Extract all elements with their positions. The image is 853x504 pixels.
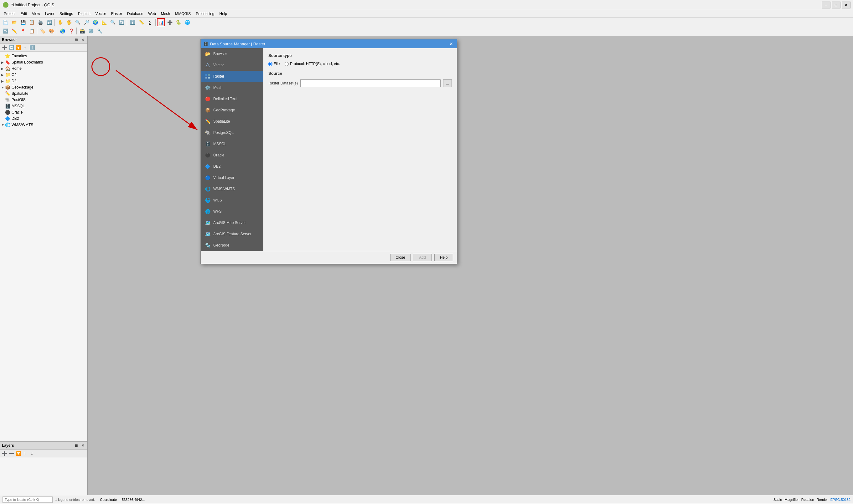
- new-project-btn[interactable]: 📄: [1, 18, 10, 26]
- browser-oracle[interactable]: ⚫ Oracle: [0, 109, 87, 115]
- dialog-nav-raster[interactable]: Raster: [201, 71, 263, 82]
- dialog-nav-virtual-layer[interactable]: 🔵 Virtual Layer: [201, 172, 263, 183]
- browser-geopackage[interactable]: ▼ 📦 GeoPackage: [0, 84, 87, 90]
- attributes-btn[interactable]: 📋: [28, 27, 36, 35]
- browser-filter-btn[interactable]: 🔽: [15, 44, 21, 51]
- layers-move-down-btn[interactable]: ↓: [29, 450, 35, 456]
- browse-button[interactable]: ...: [443, 79, 452, 87]
- dialog-nav-oracle[interactable]: ⚫ Oracle: [201, 149, 263, 161]
- layers-add-btn[interactable]: ➕: [1, 450, 7, 456]
- browser-d-drive[interactable]: ▶ 📁 D:\: [0, 78, 87, 84]
- menu-settings[interactable]: Settings: [57, 11, 75, 17]
- python-btn[interactable]: 🐍: [174, 18, 182, 26]
- menu-processing[interactable]: Processing: [193, 11, 217, 17]
- browser-db2[interactable]: 🔷 DB2: [0, 115, 87, 122]
- layers-move-up-btn[interactable]: ↑: [22, 450, 28, 456]
- zoom-select-btn[interactable]: 🔍: [109, 18, 117, 26]
- browser-spatialite[interactable]: ✏️ SpatiaLite: [0, 90, 87, 97]
- globe-btn[interactable]: 🌏: [58, 27, 66, 35]
- radio-file-label[interactable]: File: [268, 61, 280, 66]
- radio-file-input[interactable]: [268, 62, 273, 66]
- dialog-close-icon-btn[interactable]: ✕: [448, 41, 454, 47]
- raster-dataset-input[interactable]: [300, 79, 440, 87]
- pan-btn[interactable]: ✋: [56, 18, 64, 26]
- menu-project[interactable]: Project: [1, 11, 18, 17]
- layers-panel-close-icon[interactable]: ✕: [80, 443, 86, 448]
- open-project-btn[interactable]: 📂: [10, 18, 18, 26]
- dialog-nav-postgresql[interactable]: 🐘 PostgreSQL: [201, 127, 263, 138]
- browser-panel-expand-icon[interactable]: ⊞: [73, 37, 79, 42]
- help-button[interactable]: Help: [434, 254, 453, 261]
- zoom-out-btn[interactable]: 🔎: [82, 18, 90, 26]
- dialog-nav-browser[interactable]: 📂 Browser: [201, 48, 263, 59]
- menu-help[interactable]: Help: [217, 11, 230, 17]
- add-button[interactable]: Add: [413, 254, 432, 261]
- browser-c-drive[interactable]: ▶ 📁 C:\: [0, 72, 87, 78]
- radio-protocol-label[interactable]: Protocol: HTTP(S), cloud, etc.: [285, 61, 340, 66]
- dialog-nav-mssql[interactable]: 🗄️ MSSQL: [201, 138, 263, 149]
- dialog-nav-vector[interactable]: Vector: [201, 59, 263, 71]
- minimize-button[interactable]: –: [822, 2, 831, 8]
- menu-vector[interactable]: Vector: [93, 11, 109, 17]
- menu-layer[interactable]: Layer: [42, 11, 57, 17]
- menu-mmqgis[interactable]: MMQGIS: [173, 11, 193, 17]
- epsg-badge[interactable]: EPSG:50132: [831, 498, 851, 502]
- dialog-nav-arcgis-map[interactable]: 🗺️ ArcGIS Map Server: [201, 217, 263, 228]
- menu-plugins[interactable]: Plugins: [75, 11, 93, 17]
- identify-btn[interactable]: ℹ️: [128, 18, 137, 26]
- browser-panel-close-icon[interactable]: ✕: [80, 37, 86, 42]
- dialog-nav-geonode[interactable]: 🔩 GeoNode: [201, 240, 263, 251]
- browser-panel-btn[interactable]: 🌐: [183, 18, 191, 26]
- browser-refresh-btn[interactable]: 🔄: [8, 44, 14, 51]
- save-as-btn[interactable]: 📋: [28, 18, 36, 26]
- new-layer-btn[interactable]: ➕: [166, 18, 174, 26]
- browser-add-btn[interactable]: ➕: [1, 44, 7, 51]
- refresh-btn[interactable]: 🔄: [118, 18, 125, 26]
- dialog-nav-arcgis-feature[interactable]: 🗺️ ArcGIS Feature Server: [201, 228, 263, 240]
- stats-btn[interactable]: ∑: [146, 18, 154, 26]
- dialog-nav-delimited-text[interactable]: 🔴 Delimited Text: [201, 93, 263, 105]
- menu-web[interactable]: Web: [145, 11, 158, 17]
- dialog-nav-wcs[interactable]: 🌐 WCS: [201, 195, 263, 206]
- zoom-layer-btn[interactable]: 📐: [100, 18, 108, 26]
- radio-protocol-input[interactable]: [285, 62, 289, 66]
- layers-filter-btn[interactable]: 🔽: [15, 450, 21, 456]
- menu-mesh[interactable]: Mesh: [158, 11, 173, 17]
- 3d-btn[interactable]: 🗃️: [78, 27, 86, 35]
- pan-to-btn[interactable]: 🖐️: [65, 18, 73, 26]
- browser-spatial-bookmarks[interactable]: ▶ 🔖 Spatial Bookmarks: [0, 59, 87, 66]
- browser-wms-wmts[interactable]: ▼ 🌐 WMS/WMTS: [0, 122, 87, 128]
- menu-view[interactable]: View: [30, 11, 42, 17]
- dialog-nav-mesh[interactable]: ⚙️ Mesh: [201, 82, 263, 93]
- print-btn[interactable]: 🖨️: [36, 18, 45, 26]
- datasource-manager-btn[interactable]: 📊: [157, 18, 165, 26]
- zoom-in-btn[interactable]: 🔍: [74, 18, 82, 26]
- help-btn[interactable]: ❓: [67, 27, 75, 35]
- save-project-btn[interactable]: 💾: [19, 18, 27, 26]
- map-area[interactable]: 🗄️ Data Source Manager | Raster ✕ 📂 Brow…: [88, 36, 853, 495]
- browser-help-btn[interactable]: ℹ️: [29, 44, 35, 51]
- browser-favorites[interactable]: ⭐ Favorites: [0, 53, 87, 59]
- digitize-btn[interactable]: 📍: [19, 27, 27, 35]
- browser-collapse-btn[interactable]: ↑: [22, 44, 28, 51]
- zoom-full-btn[interactable]: 🌍: [91, 18, 99, 26]
- browser-postgis[interactable]: 🐘 PostGIS: [0, 97, 87, 103]
- menu-database[interactable]: Database: [125, 11, 145, 17]
- dialog-nav-spatialite[interactable]: ✏️ SpatiaLite: [201, 116, 263, 127]
- edit-btn[interactable]: ✏️: [10, 27, 18, 35]
- dialog-nav-db2[interactable]: 🔷 DB2: [201, 161, 263, 172]
- style-btn[interactable]: 🎨: [47, 27, 55, 35]
- dialog-nav-wms-wmts[interactable]: 🌐 WMS/WMTS: [201, 183, 263, 195]
- processing-toolbox-btn[interactable]: ⚙️: [87, 27, 95, 35]
- close-button[interactable]: Close: [390, 254, 411, 261]
- maximize-button[interactable]: □: [832, 2, 840, 8]
- browser-home[interactable]: ▶ 🏠 Home: [0, 66, 87, 72]
- measure-btn[interactable]: 📏: [137, 18, 145, 26]
- select-btn[interactable]: ↖️: [1, 27, 10, 35]
- menu-edit[interactable]: Edit: [18, 11, 30, 17]
- layers-remove-btn[interactable]: ➖: [8, 450, 14, 456]
- locate-input[interactable]: [2, 497, 53, 503]
- menu-raster[interactable]: Raster: [109, 11, 125, 17]
- close-window-button[interactable]: ✕: [842, 2, 851, 8]
- model-btn[interactable]: 🔧: [95, 27, 104, 35]
